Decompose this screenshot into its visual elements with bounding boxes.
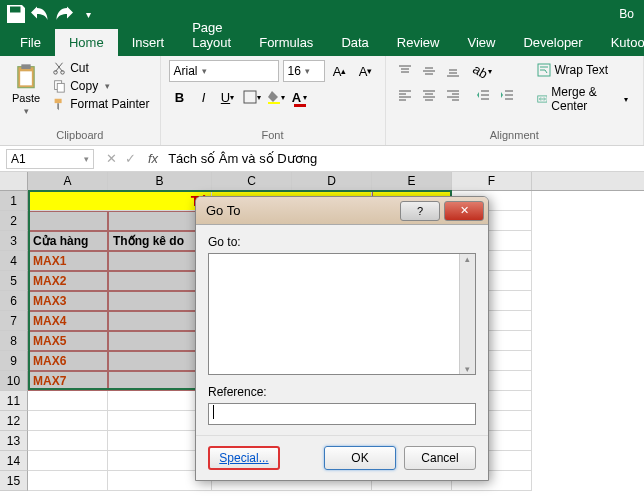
ribbon-tabs: File Home Insert Page Layout Formulas Da… [0, 28, 644, 56]
cell[interactable]: MAX6 [28, 351, 108, 371]
cell[interactable] [28, 211, 108, 231]
increase-font-icon[interactable]: A▴ [329, 60, 351, 82]
cell[interactable]: MAX3 [28, 291, 108, 311]
row-header[interactable]: 5 [0, 271, 28, 291]
cancel-formula-icon[interactable]: ✕ [106, 151, 117, 166]
qat-customize-icon[interactable]: ▾ [76, 2, 100, 26]
row-header[interactable]: 14 [0, 451, 28, 471]
help-icon[interactable]: ? [400, 201, 440, 221]
cell[interactable] [28, 451, 108, 471]
tab-home[interactable]: Home [55, 29, 118, 56]
undo-icon[interactable] [28, 2, 52, 26]
decrease-font-icon[interactable]: A▾ [355, 60, 377, 82]
clipboard-group-label: Clipboard [8, 127, 152, 141]
wrap-text-button[interactable]: Wrap Text [530, 60, 636, 80]
align-bottom-icon[interactable] [442, 60, 464, 82]
row-header[interactable]: 13 [0, 431, 28, 451]
reference-label: Reference: [208, 385, 476, 399]
scrollbar[interactable]: ▴▾ [459, 254, 475, 374]
cut-button[interactable]: Cut [50, 60, 151, 76]
cell[interactable] [28, 411, 108, 431]
italic-button[interactable]: I [193, 86, 215, 108]
align-center-icon[interactable] [418, 84, 440, 106]
col-header[interactable]: B [108, 172, 212, 190]
row-header[interactable]: 8 [0, 331, 28, 351]
align-left-icon[interactable] [394, 84, 416, 106]
increase-indent-icon[interactable] [496, 84, 518, 106]
goto-listbox[interactable]: ▴▾ [208, 253, 476, 375]
select-all-corner[interactable] [0, 172, 28, 190]
col-header[interactable]: C [212, 172, 292, 190]
cell[interactable]: MAX1 [28, 251, 108, 271]
col-header[interactable]: A [28, 172, 108, 190]
cell[interactable]: Tá [28, 191, 212, 211]
special-button[interactable]: Special... [208, 446, 280, 470]
cell[interactable] [28, 391, 108, 411]
tab-developer[interactable]: Developer [509, 29, 596, 56]
cell[interactable] [28, 471, 108, 491]
row-header[interactable]: 15 [0, 471, 28, 491]
cell[interactable]: MAX4 [28, 311, 108, 331]
dialog-titlebar[interactable]: Go To ? ✕ [196, 197, 488, 225]
row-header[interactable]: 6 [0, 291, 28, 311]
col-header[interactable]: D [292, 172, 372, 190]
row-header[interactable]: 10 [0, 371, 28, 391]
svg-rect-9 [268, 102, 280, 104]
tab-file[interactable]: File [6, 29, 55, 56]
svg-rect-6 [57, 83, 64, 92]
group-font: Arial▾ 16▾ A▴ A▾ B I U▾ ▾ ▾ A▾ Font [161, 56, 386, 145]
save-icon[interactable] [4, 2, 28, 26]
tab-data[interactable]: Data [327, 29, 382, 56]
cell[interactable] [28, 431, 108, 451]
group-alignment: ab▾ Wrap Text Merge & Center▾ Alignment [386, 56, 645, 145]
cell[interactable]: MAX5 [28, 331, 108, 351]
bold-button[interactable]: B [169, 86, 191, 108]
row-header[interactable]: 9 [0, 351, 28, 371]
name-box[interactable]: A1▾ [6, 149, 94, 169]
font-color-button[interactable]: A▾ [289, 86, 311, 108]
tab-view[interactable]: View [453, 29, 509, 56]
format-painter-button[interactable]: Format Painter [50, 96, 151, 112]
font-size-combo[interactable]: 16▾ [283, 60, 325, 82]
row-header[interactable]: 3 [0, 231, 28, 251]
svg-rect-8 [244, 91, 256, 103]
close-icon[interactable]: ✕ [444, 201, 484, 221]
row-header[interactable]: 11 [0, 391, 28, 411]
orientation-icon[interactable]: ab▾ [472, 60, 494, 82]
border-button[interactable]: ▾ [241, 86, 263, 108]
cell[interactable]: MAX2 [28, 271, 108, 291]
reference-input[interactable] [208, 403, 476, 425]
ok-button[interactable]: OK [324, 446, 396, 470]
row-header[interactable]: 2 [0, 211, 28, 231]
svg-rect-7 [55, 99, 62, 103]
decrease-indent-icon[interactable] [472, 84, 494, 106]
formula-input[interactable]: Tách số Âm và số Dương [164, 151, 644, 166]
tab-kutools[interactable]: Kutool [597, 29, 644, 56]
fx-icon[interactable]: fx [142, 151, 164, 166]
font-name-combo[interactable]: Arial▾ [169, 60, 279, 82]
underline-button[interactable]: U▾ [217, 86, 239, 108]
row-header[interactable]: 4 [0, 251, 28, 271]
copy-button[interactable]: Copy▾ [50, 78, 151, 94]
align-right-icon[interactable] [442, 84, 464, 106]
accept-formula-icon[interactable]: ✓ [125, 151, 136, 166]
col-header[interactable]: E [372, 172, 452, 190]
cell[interactable]: MAX7 [28, 371, 108, 391]
align-top-icon[interactable] [394, 60, 416, 82]
redo-icon[interactable] [52, 2, 76, 26]
tab-review[interactable]: Review [383, 29, 454, 56]
row-header[interactable]: 12 [0, 411, 28, 431]
row-header[interactable]: 7 [0, 311, 28, 331]
merge-center-button[interactable]: Merge & Center▾ [530, 82, 636, 116]
tab-page-layout[interactable]: Page Layout [178, 14, 245, 56]
col-header[interactable]: F [452, 172, 532, 190]
fill-color-button[interactable]: ▾ [265, 86, 287, 108]
tab-insert[interactable]: Insert [118, 29, 179, 56]
cell[interactable]: Cửa hàng [28, 231, 108, 251]
paste-button[interactable]: Paste ▾ [8, 60, 44, 127]
cancel-button[interactable]: Cancel [404, 446, 476, 470]
font-group-label: Font [169, 127, 377, 141]
align-middle-icon[interactable] [418, 60, 440, 82]
tab-formulas[interactable]: Formulas [245, 29, 327, 56]
row-header[interactable]: 1 [0, 191, 28, 211]
